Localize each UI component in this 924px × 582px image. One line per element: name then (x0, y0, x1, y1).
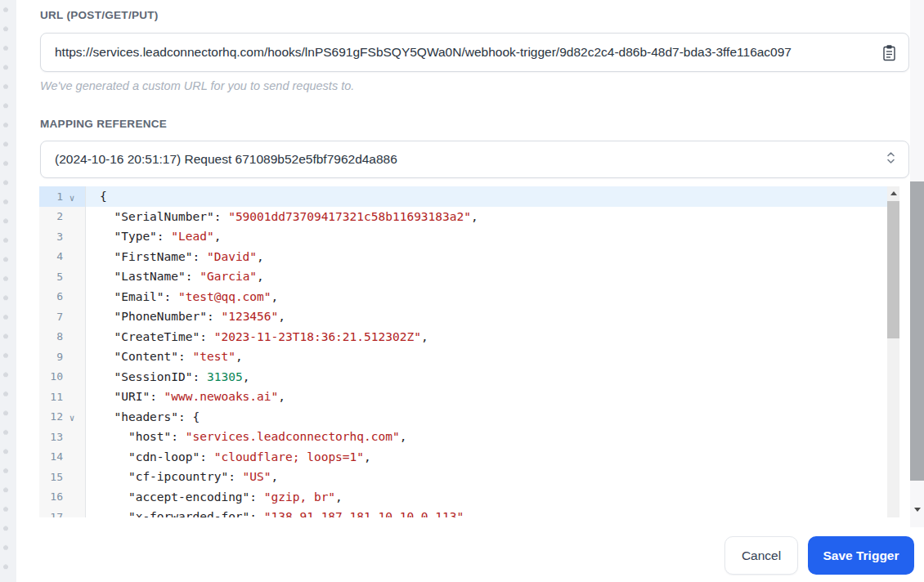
json-string-value: "services.leadconnectorhq.com" (186, 430, 400, 443)
fold-arrow-icon[interactable]: ∨ (63, 410, 81, 423)
page-scrollbar[interactable] (910, 0, 924, 527)
gutter-cell: 14 (39, 447, 85, 468)
line-number: 5 (39, 271, 63, 283)
code-lines: { "SerialNumber": "59001dd73709417321c58… (86, 186, 887, 517)
gutter-cell: 17 (39, 507, 85, 517)
gutter-cell: 4 (39, 247, 85, 267)
json-key: "host" (128, 430, 171, 443)
json-string-value: "US" (243, 470, 271, 483)
fold-gutter-spacer (63, 255, 81, 258)
line-number: 11 (39, 391, 63, 403)
line-number: 7 (39, 311, 63, 323)
json-string-value: "2023-11-23T18:36:21.512302Z" (214, 330, 421, 343)
code-line[interactable]: "LastName": "Garcia", (86, 266, 887, 287)
webhook-url-input[interactable] (40, 33, 909, 72)
json-code-editor[interactable]: 1∨23456789101112∨1314151617 { "SerialNum… (39, 186, 899, 517)
gutter-cell: 13 (39, 427, 85, 447)
save-trigger-button[interactable]: Save Trigger (808, 536, 914, 575)
json-string-value: "138.91.187.181,10.10.0.113" (264, 510, 464, 517)
fold-gutter-spacer (63, 275, 81, 278)
line-number: 13 (39, 431, 63, 443)
url-label: URL (POST/GET/PUT) (40, 9, 159, 21)
json-key: "cf-ipcountry" (128, 470, 228, 483)
gutter-cell: 9 (39, 347, 85, 367)
json-key: "FirstName" (114, 250, 192, 263)
line-number: 4 (39, 250, 63, 262)
json-number-value: 31305 (207, 370, 243, 383)
json-punctuation (100, 490, 128, 504)
json-punctuation (100, 250, 114, 263)
gutter-cell: 1∨ (39, 186, 85, 207)
json-punctuation: : (249, 510, 263, 517)
code-line[interactable]: { (86, 186, 887, 207)
line-number: 9 (39, 351, 63, 363)
json-punctuation: : (186, 270, 200, 283)
fold-arrow-icon[interactable]: ∨ (63, 190, 81, 204)
fold-gutter-spacer (63, 455, 81, 459)
cancel-button[interactable]: Cancel (724, 536, 798, 575)
json-punctuation: : (193, 370, 207, 383)
gutter-cell: 6 (39, 287, 85, 307)
code-line[interactable]: "PhoneNumber": "123456", (86, 307, 887, 327)
json-key: "Email" (114, 290, 164, 303)
mapping-reference-select[interactable]: (2024-10-16 20:51:17) Request 671089b52e… (40, 141, 909, 178)
code-line[interactable]: "SerialNumber": "59001dd73709417321c58b1… (86, 207, 887, 227)
json-punctuation: : (207, 310, 221, 323)
fold-gutter-spacer (63, 215, 81, 218)
json-punctuation: : (200, 450, 213, 463)
editor-scrollbar[interactable] (887, 186, 899, 517)
json-punctuation: , (278, 390, 285, 403)
json-string-value: "gzip, br" (264, 490, 335, 504)
scrollbar-down-button[interactable] (910, 500, 924, 518)
updown-chevrons-icon (885, 150, 897, 169)
code-line[interactable]: "accept-encoding": "gzip, br", (86, 487, 887, 508)
code-line[interactable]: "FirstName": "David", (86, 247, 887, 267)
mapping-reference-selected-value: (2024-10-16 20:51:17) Request 671089b52e… (55, 152, 397, 167)
json-punctuation: : (200, 330, 213, 343)
json-punctuation (100, 330, 114, 343)
json-string-value: "test@qq.com" (178, 290, 271, 303)
code-line[interactable]: "cf-ipcountry": "US", (86, 467, 887, 487)
json-string-value: "123456" (221, 310, 278, 323)
json-string-value: "59001dd73709417321c58b11693183a2" (228, 210, 471, 223)
json-punctuation: : (150, 390, 164, 403)
json-punctuation: , (257, 250, 264, 263)
scrollbar-up-button[interactable] (887, 186, 899, 199)
code-line[interactable]: "Type": "Lead", (86, 226, 887, 247)
json-punctuation (100, 410, 114, 423)
line-number: 2 (39, 210, 63, 222)
json-string-value: "test" (193, 350, 235, 363)
line-number: 1 (39, 190, 63, 203)
json-punctuation (100, 430, 128, 443)
json-punctuation (100, 290, 114, 303)
json-punctuation: , (335, 490, 343, 504)
json-punctuation: , (278, 310, 285, 323)
json-punctuation: { (100, 190, 107, 203)
code-line[interactable]: "host": "services.leadconnectorhq.com", (86, 427, 887, 447)
json-key: "SerialNumber" (114, 210, 213, 223)
fold-gutter-spacer (63, 235, 81, 238)
line-number: 14 (39, 450, 63, 463)
line-number: 12 (39, 410, 63, 423)
code-line[interactable]: "headers": { (86, 407, 887, 428)
json-string-value: "cloudflare; loops=1" (214, 450, 364, 463)
code-line[interactable]: "x-forwarded-for": "138.91.187.181,10.10… (86, 507, 887, 517)
code-line[interactable]: "Email": "test@qq.com", (86, 287, 887, 307)
editor-scrollbar-thumb[interactable] (887, 201, 899, 338)
code-line[interactable]: "Content": "test", (86, 347, 887, 367)
json-punctuation (100, 470, 128, 483)
fold-gutter-spacer (63, 295, 81, 298)
gutter-cell: 5 (39, 266, 85, 287)
code-line[interactable]: "cdn-loop": "cloudflare; loops=1", (86, 447, 887, 468)
json-key: "accept-encoding" (128, 490, 249, 504)
json-punctuation: , (271, 290, 279, 303)
line-number: 8 (39, 330, 63, 342)
copy-url-button[interactable] (880, 44, 898, 64)
json-punctuation: , (471, 210, 478, 223)
code-line[interactable]: "URI": "www.newoaks.ai", (86, 387, 887, 407)
code-line[interactable]: "SessionID": 31305, (86, 367, 887, 387)
json-string-value: "www.newoaks.ai" (164, 390, 279, 403)
code-line[interactable]: "CreateTime": "2023-11-23T18:36:21.51230… (86, 327, 887, 347)
page-scrollbar-thumb[interactable] (910, 181, 924, 481)
gutter-cell: 3 (39, 226, 85, 247)
